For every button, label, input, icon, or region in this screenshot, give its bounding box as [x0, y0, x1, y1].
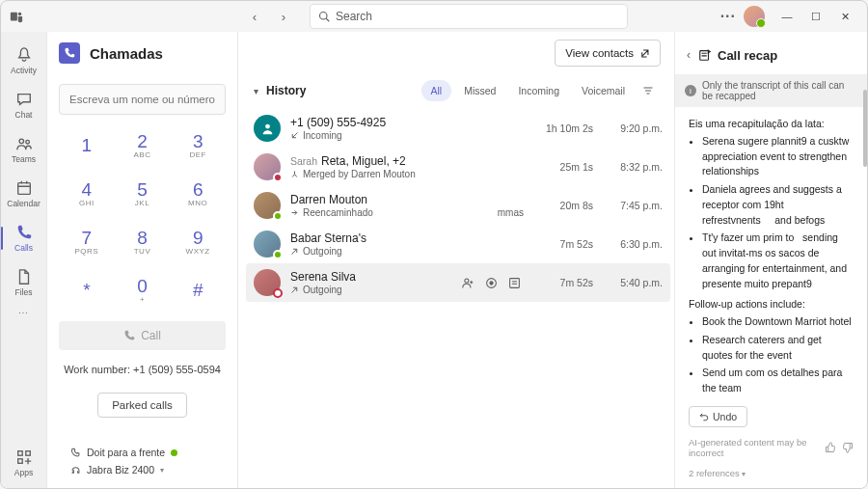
- recap-bullets-2: Book the Downtown Marriot hotelResearch …: [689, 314, 854, 396]
- svg-rect-22: [510, 278, 520, 287]
- recap-footer: AI-generated content may be incorrect: [675, 431, 867, 468]
- filter-missed[interactable]: Missed: [454, 80, 505, 101]
- dialpad: 12ABC3DEF4GHI5JKL6MNO7PQRS8TUV9WXYZ*0+# …: [47, 74, 237, 488]
- presence-indicator: [273, 211, 283, 221]
- dial-key-6[interactable]: 6MNO: [170, 169, 226, 217]
- window-minimize-button[interactable]: —: [773, 4, 801, 29]
- recap-undo-button[interactable]: Undo: [689, 406, 747, 427]
- app-body: ActivityChatTeamsCalendarCallsFiles···Ap…: [1, 32, 867, 488]
- chevron-down-icon: ▾: [742, 470, 746, 478]
- dial-key-2[interactable]: 2ABC: [115, 121, 171, 169]
- history-column: View contacts ▾ History All Missed Incom…: [238, 32, 674, 488]
- status-text: Doit para a frente: [87, 447, 165, 458]
- dial-input[interactable]: [59, 84, 226, 115]
- history-filters: All Missed Incoming Voicemail: [421, 80, 660, 101]
- dial-key-0[interactable]: 0+: [115, 265, 171, 313]
- calendar-icon: [15, 179, 33, 197]
- row-subtitle: Outgoing: [290, 285, 452, 295]
- history-row[interactable]: +1 (509) 555-4925 Incoming 1h 10m 2s 9:2…: [246, 109, 670, 148]
- dial-key-*[interactable]: *: [59, 265, 115, 313]
- history-title: History: [266, 84, 306, 97]
- call-forwarding-status[interactable]: Doit para a frente: [70, 444, 214, 461]
- thumbs-down-icon[interactable]: [842, 442, 854, 453]
- dial-letters: +: [140, 295, 145, 304]
- dial-digit: 3: [193, 131, 203, 152]
- rail-label: Calls: [14, 243, 33, 253]
- row-title: Darren Mouton: [290, 193, 529, 206]
- transcript-icon[interactable]: [508, 277, 524, 289]
- open-external-icon: [639, 48, 650, 59]
- filter-voicemail[interactable]: Voicemail: [572, 80, 635, 101]
- dial-key-5[interactable]: 5JKL: [115, 169, 171, 217]
- search-box[interactable]: Search: [310, 4, 628, 29]
- rail-item-calls[interactable]: Calls: [1, 217, 47, 259]
- dial-digit: 6: [193, 179, 203, 201]
- window-close-button[interactable]: ✕: [830, 4, 859, 29]
- rail-item-chat[interactable]: Chat: [1, 84, 47, 126]
- recap-back-button[interactable]: ‹: [687, 48, 691, 62]
- page-title: Chamadas: [90, 45, 163, 62]
- activity-icon: [15, 46, 33, 64]
- presence-indicator: [273, 250, 283, 259]
- dial-digit: 8: [137, 228, 148, 249]
- rail-apps[interactable]: Apps: [1, 442, 47, 484]
- rail-label: Files: [15, 287, 33, 297]
- titlebar-left: [9, 9, 24, 24]
- titlebar-more-icon[interactable]: ···: [720, 8, 736, 25]
- add-contact-icon[interactable]: [462, 277, 477, 289]
- dial-letters: JKL: [135, 199, 149, 207]
- current-user-avatar[interactable]: [744, 6, 765, 27]
- rail-item-teams[interactable]: Teams: [1, 128, 47, 171]
- filter-incoming[interactable]: Incoming: [508, 80, 569, 101]
- recap-bullet: Send um com os detalhes para the team: [702, 366, 854, 396]
- history-row[interactable]: Darren Mouton Reencaminhadommas 20m 8s 7…: [246, 186, 670, 225]
- recap-followup-heading: Follow-up actions include:: [689, 297, 854, 312]
- recap-disclaimer: AI-generated content may be incorrect: [689, 437, 817, 458]
- window-maximize-button[interactable]: ☐: [801, 4, 830, 29]
- dial-key-4[interactable]: 4GHI: [59, 169, 115, 217]
- dial-digit: 0: [137, 276, 148, 297]
- history-row[interactable]: Babar Sterna's Outgoing 7m 52s 6:30 p.m.: [246, 225, 670, 263]
- rail-more-icon[interactable]: ···: [18, 308, 29, 317]
- dial-key-7[interactable]: 7PQRS: [59, 217, 115, 265]
- history-row[interactable]: Serena Silva Outgoing 7m 52s 5:40 p.m.: [246, 263, 670, 302]
- rail-item-files[interactable]: Files: [1, 261, 47, 304]
- nav-forward-button[interactable]: ›: [271, 4, 296, 29]
- recap-banner-text: Only the transcript of this call can be …: [702, 80, 857, 101]
- row-subtitle: Merged by Darren Mouton: [290, 169, 529, 179]
- audio-device-selector[interactable]: Jabra Biz 2400 ▾: [70, 461, 214, 478]
- dial-digit: 7: [82, 228, 93, 249]
- call-button[interactable]: Call: [59, 321, 226, 350]
- history-row[interactable]: Sarah Reta, Miguel, +2 Merged by Darren …: [246, 148, 670, 186]
- calls-app-icon: [59, 42, 80, 64]
- dial-key-8[interactable]: 8TUV: [115, 217, 171, 265]
- row-meta: 20m 8s 7:45 p.m.: [539, 200, 663, 211]
- avatar: [254, 192, 281, 219]
- headset-icon: [70, 465, 81, 475]
- filter-icon[interactable]: [637, 80, 659, 101]
- view-contacts-button[interactable]: View contacts: [555, 40, 661, 67]
- rail-item-calendar[interactable]: Calendar: [1, 173, 47, 215]
- row-subtitle: Outgoing: [290, 246, 529, 257]
- dial-key-1[interactable]: 1: [59, 121, 115, 169]
- dial-key-#[interactable]: #: [170, 265, 226, 313]
- nav-back-button[interactable]: ‹: [242, 4, 267, 29]
- filter-all[interactable]: All: [421, 80, 452, 101]
- thumbs-up-icon[interactable]: [825, 442, 836, 453]
- svg-point-21: [490, 281, 493, 284]
- calls-icon: [15, 224, 33, 241]
- recap-references[interactable]: 2 references ▾: [675, 468, 867, 488]
- avatar: [254, 269, 281, 296]
- record-icon[interactable]: [485, 277, 501, 289]
- dial-key-9[interactable]: 9WXYZ: [170, 217, 226, 265]
- dial-key-3[interactable]: 3DEF: [170, 121, 226, 169]
- row-time: 7:45 p.m.: [609, 200, 663, 211]
- parked-calls-button[interactable]: Parked calls: [97, 393, 187, 418]
- calls-left-column: Chamadas 12ABC3DEF4GHI5JKL6MNO7PQRS8TUV9…: [47, 32, 238, 488]
- avatar: [254, 153, 281, 180]
- rail-item-activity[interactable]: Activity: [1, 40, 47, 82]
- app-rail: ActivityChatTeamsCalendarCallsFiles···Ap…: [1, 32, 47, 488]
- recap-icon: [698, 48, 712, 62]
- chevron-down-icon[interactable]: ▾: [254, 86, 258, 96]
- svg-point-19: [465, 279, 469, 283]
